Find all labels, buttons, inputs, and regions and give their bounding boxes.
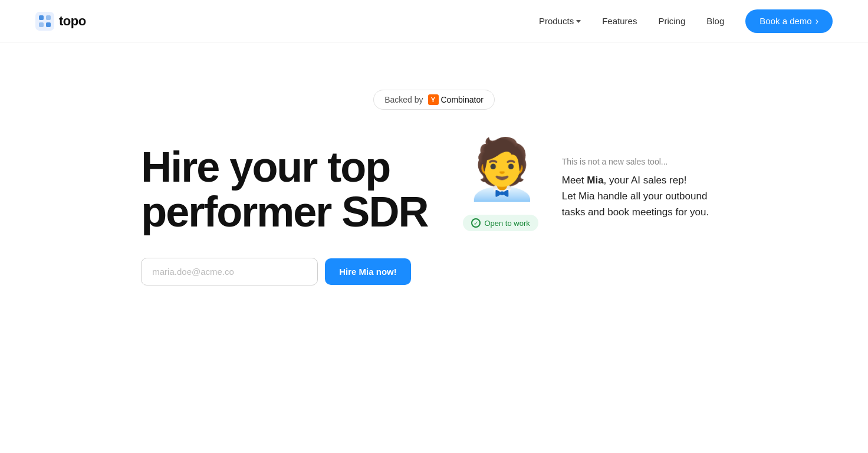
combinator-text: Combinator <box>441 95 484 104</box>
svg-rect-0 <box>35 12 54 31</box>
main-content: Backed by Y Combinator Hire your top per… <box>0 42 868 285</box>
open-to-work-badge: ✓ Open to work <box>463 215 538 231</box>
description-subtitle: This is not a new sales tool... <box>562 157 727 166</box>
book-demo-button[interactable]: Book a demo › <box>745 9 833 33</box>
arrow-right-icon: › <box>816 16 818 27</box>
yc-badge: Backed by Y Combinator <box>373 90 495 110</box>
backed-by-text: Backed by <box>384 95 423 104</box>
nav-blog[interactable]: Blog <box>706 16 724 26</box>
mia-emoji: 🧑‍💼 <box>465 139 536 198</box>
hero-left: Hire your top performer SDR Hire Mia now… <box>141 145 428 285</box>
nav-pricing[interactable]: Pricing <box>658 16 685 26</box>
chevron-down-icon <box>576 20 581 23</box>
email-input[interactable] <box>141 258 318 285</box>
navbar: topo Products Features Pricing Blog Book… <box>0 0 868 42</box>
hero-description: This is not a new sales tool... Meet Mia… <box>562 145 727 221</box>
svg-rect-4 <box>46 22 51 27</box>
check-circle-icon: ✓ <box>471 218 481 228</box>
description-body: Meet Mia, your AI sales rep! Let Mia han… <box>562 172 727 221</box>
logo-text: topo <box>59 14 86 29</box>
yc-logo: Y Combinator <box>428 94 484 105</box>
hero-section: Hire your top performer SDR Hire Mia now… <box>80 145 788 285</box>
hero-cta: Hire Mia now! <box>141 258 428 285</box>
nav-products[interactable]: Products <box>539 16 581 26</box>
hero-headline: Hire your top performer SDR <box>141 145 428 234</box>
nav-links: Products Features Pricing Blog Book a de… <box>539 9 833 33</box>
yc-icon: Y <box>428 94 439 105</box>
svg-rect-3 <box>39 22 44 27</box>
svg-rect-2 <box>46 15 51 20</box>
nav-features[interactable]: Features <box>602 16 637 26</box>
mia-area: 🧑‍💼 ✓ Open to work <box>463 139 538 231</box>
svg-rect-1 <box>39 15 44 20</box>
logo[interactable]: topo <box>35 12 86 31</box>
mia-avatar: 🧑‍💼 <box>465 139 536 210</box>
hire-mia-button[interactable]: Hire Mia now! <box>325 258 411 285</box>
